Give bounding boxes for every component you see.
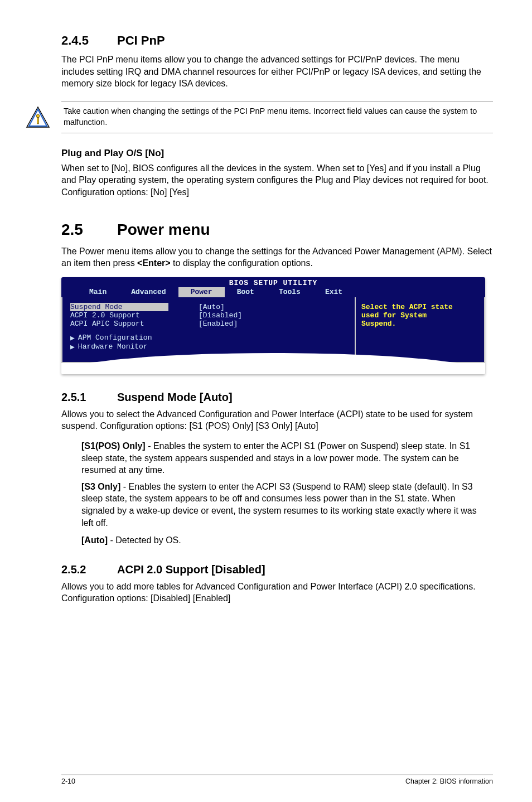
triangle-right-icon: ▶	[70, 342, 75, 351]
bios-tab-tools[interactable]: Tools	[267, 287, 313, 297]
heading-252: 2.5.2ACPI 2.0 Support [Disabled]	[61, 563, 493, 576]
para-251: Allows you to select the Advanced Config…	[61, 408, 493, 432]
triangle-right-icon: ▶	[70, 334, 75, 342]
bios-row-label: Suspend Mode	[70, 303, 168, 311]
bios-row-label: ACPI 2.0 Support	[70, 311, 199, 320]
heading-num: 2.5.2	[61, 563, 117, 576]
bios-subitem-label: Hardware Monitor	[78, 342, 148, 351]
para-25: The Power menu items allow you to change…	[61, 245, 493, 269]
footer-page-number: 2-10	[61, 777, 75, 785]
para-245: The PCI PnP menu items allow you to chan…	[61, 54, 493, 90]
enter-key: <Enter>	[137, 258, 171, 268]
bios-row-value: [Enabled]	[199, 320, 238, 328]
para-25-post: to display the configuration options.	[171, 258, 313, 268]
bios-row-acpi20[interactable]: ACPI 2.0 Support[Disabled]	[70, 311, 349, 320]
footer-chapter: Chapter 2: BIOS information	[405, 777, 493, 785]
para-252: Allows you to add more tables for Advanc…	[61, 581, 493, 605]
bios-subitem-label: APM Configuration	[78, 334, 152, 342]
bios-row-suspend[interactable]: Suspend Mode[Auto]	[70, 303, 349, 311]
bios-header: BIOS SETUP UTILITY Main Advanced Power B…	[61, 277, 485, 297]
svg-rect-3	[37, 118, 39, 124]
bios-help-line: used for System	[361, 311, 478, 320]
para-s1: [S1(POS) Only] - Enables the system to e…	[81, 440, 487, 476]
caution-text: Take caution when changing the settings …	[64, 106, 493, 128]
caution-callout: Take caution when changing the settings …	[61, 101, 493, 133]
auto-text: - Detected by OS.	[108, 535, 181, 545]
heading-num: 2.4.5	[61, 33, 117, 48]
bios-tabs: Main Advanced Power Boot Tools Exit	[61, 287, 485, 297]
bios-tab-advanced[interactable]: Advanced	[119, 287, 178, 297]
caution-icon	[26, 105, 50, 129]
heading-text: ACPI 2.0 Support [Disabled]	[117, 563, 265, 576]
svg-point-2	[36, 114, 40, 118]
page-footer: 2-10 Chapter 2: BIOS information	[61, 775, 493, 785]
heading-245: 2.4.5PCI PnP	[61, 33, 493, 48]
heading-text: PCI PnP	[117, 33, 165, 47]
heading-25: 2.5Power menu	[61, 221, 493, 239]
bios-tab-power[interactable]: Power	[178, 287, 225, 297]
bios-row-label: ACPI APIC Support	[70, 320, 199, 328]
bios-help-line: Suspend.	[361, 320, 478, 328]
bios-help-pane: Select the ACPI state used for System Su…	[356, 297, 485, 363]
heading-num: 2.5	[61, 221, 117, 239]
para-auto: [Auto] - Detected by OS.	[81, 534, 487, 547]
bios-panel: BIOS SETUP UTILITY Main Advanced Power B…	[61, 277, 485, 374]
bios-row-value: [Auto]	[199, 303, 225, 311]
heading-text: Power menu	[117, 221, 210, 238]
heading-251: 2.5.1Suspend Mode [Auto]	[61, 391, 493, 404]
heading-text: Suspend Mode [Auto]	[117, 391, 233, 403]
bios-title: BIOS SETUP UTILITY	[61, 279, 485, 287]
para-plug: When set to [No], BIOS configures all th…	[61, 162, 493, 199]
bios-row-value: [Disabled]	[199, 311, 242, 320]
bios-subitem-apm[interactable]: ▶ APM Configuration	[70, 334, 349, 342]
bios-help-line: Select the ACPI state	[361, 303, 478, 311]
s3-label: [S3 Only]	[81, 482, 120, 491]
s1-label: [S1(POS) Only]	[81, 441, 146, 451]
auto-label: [Auto]	[81, 535, 108, 545]
bios-tab-exit[interactable]: Exit	[313, 287, 355, 297]
bios-tab-main[interactable]: Main	[77, 287, 119, 297]
bios-row-acpiapic[interactable]: ACPI APIC Support[Enabled]	[70, 320, 349, 328]
heading-num: 2.5.1	[61, 391, 117, 404]
s3-text: - Enables the system to enter the ACPI S…	[81, 482, 477, 528]
heading-plug: Plug and Play O/S [No]	[61, 148, 493, 159]
bios-tab-boot[interactable]: Boot	[225, 287, 267, 297]
para-s3: [S3 Only] - Enables the system to enter …	[81, 481, 487, 529]
bios-subitem-hwmon[interactable]: ▶ Hardware Monitor	[70, 342, 349, 351]
